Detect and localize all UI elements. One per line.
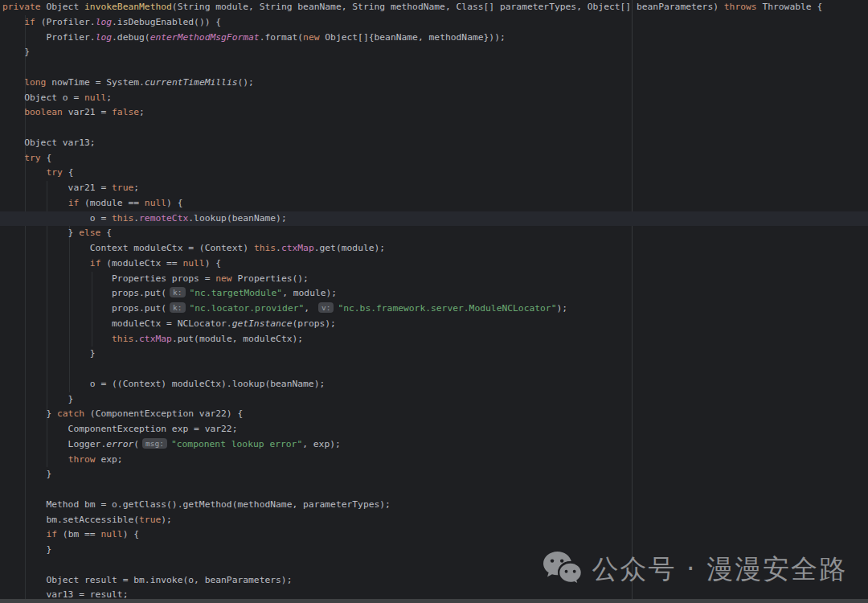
code-line[interactable]: Logger.error(msg:"component lookup error…	[2, 437, 868, 453]
code-line[interactable]: Properties props = new Properties();	[2, 272, 868, 287]
code-line[interactable]: if (bm == null) {	[2, 527, 868, 543]
code-line[interactable]: try {	[2, 151, 868, 166]
code-line[interactable]: try {	[2, 166, 868, 181]
code-line[interactable]: Context moduleCtx = (Context) this.ctxMa…	[2, 241, 868, 256]
code-line[interactable]: ComponentException exp = var22;	[2, 422, 868, 437]
code-line[interactable]: bm.setAccessible(true);	[2, 513, 868, 528]
code-line[interactable]: if (moduleCtx == null) {	[2, 256, 868, 272]
code-line[interactable]: Object var13;	[2, 136, 868, 151]
code-line[interactable]: } catch (ComponentException var22) {	[2, 407, 868, 422]
code-line[interactable]: long nowTime = System.currentTimeMillis(…	[2, 76, 868, 91]
code-line[interactable]: throw exp;	[2, 453, 868, 468]
code-line[interactable]: var21 = true;	[2, 181, 868, 196]
code-line[interactable]: } else {	[2, 226, 868, 241]
code-line[interactable]: o = ((Context) moduleCtx).lookup(beanNam…	[2, 377, 868, 392]
code-line[interactable]	[2, 121, 868, 136]
code-line[interactable]: }	[2, 467, 868, 482]
code-line[interactable]: }	[2, 347, 868, 362]
bottom-strip	[0, 599, 868, 603]
code-area[interactable]: private Object invokeBeanMethod(String m…	[0, 0, 868, 603]
code-line[interactable]	[2, 482, 868, 498]
code-line[interactable]: moduleCtx = NCLocator.getInstance(props)…	[2, 317, 868, 332]
code-line[interactable]	[2, 60, 868, 76]
code-line[interactable]: props.put(k:"nc.targetModule", module);	[2, 286, 868, 302]
code-line[interactable]: }	[2, 392, 868, 408]
code-line[interactable]: Profiler.log.debug(enterMethodMsgFormat.…	[2, 31, 868, 46]
watermark-text: 公众号 · 漫漫安全路	[592, 552, 847, 588]
code-line-caret[interactable]: o = this.remoteCtx.lookup(beanName);	[0, 211, 868, 227]
code-line[interactable]: }	[2, 45, 868, 60]
code-line[interactable]: this.ctxMap.put(module, moduleCtx);	[2, 332, 868, 347]
code-line[interactable]: if (module == null) {	[2, 196, 868, 211]
wechat-icon	[542, 550, 582, 589]
code-line[interactable]: if (Profiler.log.isDebugEnabled()) {	[2, 15, 868, 31]
code-line[interactable]: boolean var21 = false;	[2, 105, 868, 121]
code-line[interactable]: private Object invokeBeanMethod(String m…	[2, 0, 868, 15]
code-line[interactable]: props.put(k:"nc.locator.provider", v:"nc…	[2, 302, 868, 317]
code-line[interactable]: Object o = null;	[2, 91, 868, 106]
code-line[interactable]: Method bm = o.getClass().getMethod(metho…	[2, 498, 868, 513]
code-editor[interactable]: private Object invokeBeanMethod(String m…	[0, 0, 868, 603]
watermark: 公众号 · 漫漫安全路	[542, 550, 847, 589]
code-line[interactable]	[2, 362, 868, 377]
